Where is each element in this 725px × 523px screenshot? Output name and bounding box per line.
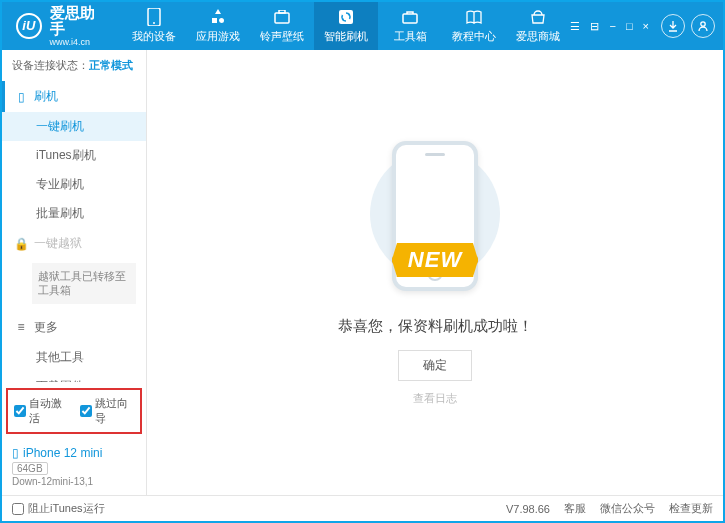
- svg-rect-2: [275, 13, 289, 23]
- menu-download-firmware[interactable]: 下载固件: [2, 372, 146, 382]
- title-right: ☰ ⊟ − □ ×: [570, 14, 723, 38]
- menu-flash-header[interactable]: ▯ 刷机: [2, 81, 146, 112]
- new-ribbon: NEW: [392, 243, 478, 277]
- logo-text: 爱思助手 www.i4.cn: [50, 5, 109, 48]
- phone-icon: [145, 8, 163, 26]
- side-menu: ▯ 刷机 一键刷机 iTunes刷机 专业刷机 批量刷机 🔒 一键越狱 越狱工具…: [2, 81, 146, 382]
- list-icon: ≡: [14, 320, 28, 334]
- checkbox-label: 自动激活: [29, 396, 68, 426]
- svg-point-1: [153, 22, 155, 24]
- success-illustration: NEW: [360, 139, 510, 299]
- download-button[interactable]: [661, 14, 685, 38]
- store-icon: [529, 8, 547, 26]
- window-controls: ☰ ⊟ − □ ×: [570, 20, 655, 33]
- menu-other-tools[interactable]: 其他工具: [2, 343, 146, 372]
- svg-rect-4: [339, 10, 353, 24]
- skip-guide-checkbox[interactable]: 跳过向导: [80, 396, 134, 426]
- version-label: V7.98.66: [506, 503, 550, 515]
- block-itunes-checkbox[interactable]: 阻止iTunes运行: [12, 501, 105, 516]
- device-name: ▯ iPhone 12 mini: [12, 446, 136, 460]
- menu-more-header[interactable]: ≡ 更多: [2, 312, 146, 343]
- maximize-icon[interactable]: □: [626, 20, 633, 33]
- menu-icon[interactable]: ☰: [570, 20, 580, 33]
- checkbox-group: 自动激活 跳过向导: [6, 388, 142, 434]
- nav-tutorials[interactable]: 教程中心: [442, 2, 506, 50]
- wechat-link[interactable]: 微信公众号: [600, 501, 655, 516]
- nav-apps[interactable]: 应用游戏: [186, 2, 250, 50]
- device-storage: 64GB: [12, 462, 48, 475]
- device-model: Down-12mini-13,1: [12, 476, 136, 487]
- auto-activate-checkbox[interactable]: 自动激活: [14, 396, 68, 426]
- status-bar: 阻止iTunes运行 V7.98.66 客服 微信公众号 检查更新: [2, 495, 723, 521]
- apps-icon: [209, 8, 227, 26]
- app-url: www.i4.cn: [50, 38, 109, 48]
- user-button[interactable]: [691, 14, 715, 38]
- menu-batch-flash[interactable]: 批量刷机: [2, 199, 146, 228]
- title-bar: iU 爱思助手 www.i4.cn 我的设备 应用游戏 铃声壁纸 智能刷机: [2, 2, 723, 50]
- menu-title: 一键越狱: [34, 235, 82, 252]
- checkbox-label: 跳过向导: [95, 396, 134, 426]
- sidebar: 设备连接状态：正常模式 ▯ 刷机 一键刷机 iTunes刷机 专业刷机 批量刷机…: [2, 50, 147, 495]
- svg-rect-3: [279, 10, 285, 13]
- menu-one-click-flash[interactable]: 一键刷机: [2, 112, 146, 141]
- close-icon[interactable]: ×: [643, 20, 649, 33]
- menu-jailbreak-header[interactable]: 🔒 一键越狱: [2, 228, 146, 259]
- logo: iU 爱思助手 www.i4.cn: [2, 5, 122, 48]
- svg-rect-5: [403, 14, 417, 23]
- menu-itunes-flash[interactable]: iTunes刷机: [2, 141, 146, 170]
- status-label: 设备连接状态：: [12, 59, 89, 71]
- app-window: iU 爱思助手 www.i4.cn 我的设备 应用游戏 铃声壁纸 智能刷机: [0, 0, 725, 523]
- nav-store[interactable]: 爱思商城: [506, 2, 570, 50]
- main-content: NEW 恭喜您，保资料刷机成功啦！ 确定 查看日志: [147, 50, 723, 495]
- block-itunes-input[interactable]: [12, 503, 24, 515]
- status-value: 正常模式: [89, 59, 133, 71]
- device-info[interactable]: ▯ iPhone 12 mini 64GB Down-12mini-13,1: [2, 440, 146, 495]
- phone-icon: ▯: [12, 446, 19, 460]
- lock-icon: 🔒: [14, 237, 28, 251]
- skip-guide-input[interactable]: [80, 405, 92, 417]
- success-message: 恭喜您，保资料刷机成功啦！: [338, 317, 533, 336]
- pin-icon[interactable]: ⊟: [590, 20, 599, 33]
- check-update-link[interactable]: 检查更新: [669, 501, 713, 516]
- nav-label: 智能刷机: [324, 29, 368, 44]
- menu-title: 刷机: [34, 88, 58, 105]
- nav-label: 我的设备: [132, 29, 176, 44]
- main-nav: 我的设备 应用游戏 铃声壁纸 智能刷机 工具箱 教程中心: [122, 2, 570, 50]
- nav-label: 爱思商城: [516, 29, 560, 44]
- minimize-icon[interactable]: −: [609, 20, 615, 33]
- nav-my-device[interactable]: 我的设备: [122, 2, 186, 50]
- ok-button[interactable]: 确定: [398, 350, 472, 381]
- body: 设备连接状态：正常模式 ▯ 刷机 一键刷机 iTunes刷机 专业刷机 批量刷机…: [2, 50, 723, 495]
- app-title: 爱思助手: [50, 5, 109, 38]
- customer-service-link[interactable]: 客服: [564, 501, 586, 516]
- menu-title: 更多: [34, 319, 58, 336]
- nav-flash[interactable]: 智能刷机: [314, 2, 378, 50]
- nav-label: 工具箱: [394, 29, 427, 44]
- nav-label: 铃声壁纸: [260, 29, 304, 44]
- connection-status: 设备连接状态：正常模式: [2, 50, 146, 81]
- book-icon: [465, 8, 483, 26]
- phone-icon: ▯: [14, 90, 28, 104]
- view-log-link[interactable]: 查看日志: [413, 391, 457, 406]
- nav-toolbox[interactable]: 工具箱: [378, 2, 442, 50]
- footer-right: V7.98.66 客服 微信公众号 检查更新: [506, 501, 713, 516]
- jailbreak-note: 越狱工具已转移至工具箱: [32, 263, 136, 304]
- briefcase-icon: [273, 8, 291, 26]
- auto-activate-input[interactable]: [14, 405, 26, 417]
- menu-pro-flash[interactable]: 专业刷机: [2, 170, 146, 199]
- nav-label: 教程中心: [452, 29, 496, 44]
- svg-point-6: [701, 22, 705, 26]
- checkbox-label: 阻止iTunes运行: [28, 501, 105, 516]
- device-name-text: iPhone 12 mini: [23, 446, 102, 460]
- logo-mark: iU: [16, 13, 42, 39]
- nav-label: 应用游戏: [196, 29, 240, 44]
- toolbox-icon: [401, 8, 419, 26]
- refresh-icon: [337, 8, 355, 26]
- nav-ringtones[interactable]: 铃声壁纸: [250, 2, 314, 50]
